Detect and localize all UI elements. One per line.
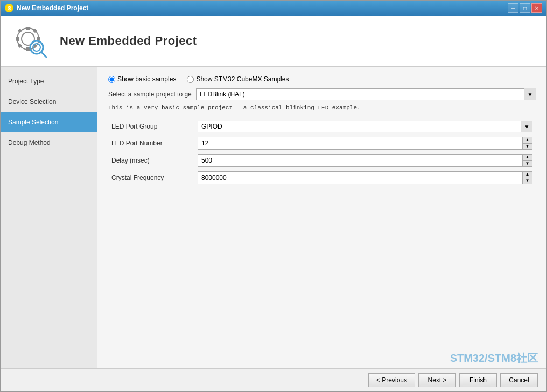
- sidebar: Project Type Device Selection Sample Sel…: [1, 67, 97, 368]
- led-port-number-input[interactable]: [198, 137, 522, 149]
- table-row: LED Port Group GPIOA GPIOB GPIOC GPIOD G…: [108, 118, 536, 135]
- svg-line-12: [41, 52, 46, 57]
- sample-dropdown-container: LEDBlink (HAL) LEDBlink Blink Example ▼: [196, 88, 536, 100]
- next-button[interactable]: Next >: [418, 373, 456, 387]
- crystal-frequency-increment-button[interactable]: ▲: [523, 172, 532, 178]
- field-label-delay: Delay (msec): [108, 152, 194, 169]
- footer-wrapper: STM32/STM8社区 < Previous Next > Finish Ca…: [1, 368, 546, 391]
- header-area: New Embedded Project: [1, 16, 546, 67]
- app-icon: ⚙: [5, 4, 13, 12]
- header-title: New Embedded Project: [60, 34, 197, 48]
- led-port-number-spinner: ▲ ▼: [198, 137, 532, 150]
- delay-spinner: ▲ ▼: [198, 154, 532, 167]
- field-cell-delay: ▲ ▼: [194, 152, 536, 169]
- cancel-button[interactable]: Cancel: [500, 373, 538, 387]
- radio-cubemx-label[interactable]: Show STM32 CubeMX Samples: [187, 75, 289, 83]
- window-controls: ─ □ ✕: [508, 3, 542, 13]
- led-port-number-spinner-buttons: ▲ ▼: [522, 137, 532, 149]
- maximize-button[interactable]: □: [520, 3, 530, 13]
- content-area: Show basic samples Show STM32 CubeMX Sam…: [97, 67, 546, 368]
- radio-cubemx-text: Show STM32 CubeMX Samples: [196, 75, 289, 83]
- svg-rect-6: [17, 28, 22, 32]
- form-table: LED Port Group GPIOA GPIOB GPIOC GPIOD G…: [108, 118, 536, 186]
- delay-spinner-buttons: ▲ ▼: [522, 155, 532, 166]
- delay-decrement-button[interactable]: ▼: [523, 160, 532, 167]
- radio-basic-label[interactable]: Show basic samples: [108, 75, 176, 83]
- field-label-led-port-group: LED Port Group: [108, 118, 194, 135]
- title-bar: ⚙ New Embedded Project ─ □ ✕: [1, 1, 546, 16]
- description-text: This is a very basic sample project - a …: [108, 104, 536, 111]
- table-row: Crystal Frequency ▲ ▼: [108, 169, 536, 186]
- led-port-group-dropdown-container: GPIOA GPIOB GPIOC GPIOD GPIOE ▼: [198, 121, 532, 132]
- previous-button[interactable]: < Previous: [368, 373, 415, 387]
- close-button[interactable]: ✕: [531, 3, 542, 13]
- led-port-group-select[interactable]: GPIOA GPIOB GPIOC GPIOD GPIOE: [198, 121, 532, 132]
- field-label-crystal-frequency: Crystal Frequency: [108, 169, 194, 186]
- field-label-led-port-number: LED Port Number: [108, 135, 194, 152]
- sidebar-item-sample-selection[interactable]: Sample Selection: [1, 112, 97, 132]
- select-label: Select a sample project to ge: [108, 90, 192, 98]
- radio-group: Show basic samples Show STM32 CubeMX Sam…: [108, 75, 536, 83]
- select-row: Select a sample project to ge LEDBlink (…: [108, 88, 536, 100]
- footer: < Previous Next > Finish Cancel: [1, 368, 546, 391]
- minimize-button[interactable]: ─: [508, 3, 518, 13]
- sidebar-item-debug-method[interactable]: Debug Method: [1, 132, 97, 153]
- main-content: Project Type Device Selection Sample Sel…: [1, 67, 546, 368]
- delay-input[interactable]: [198, 155, 522, 166]
- led-port-number-increment-button[interactable]: ▲: [523, 137, 532, 143]
- sample-select[interactable]: LEDBlink (HAL) LEDBlink Blink Example: [196, 88, 536, 100]
- table-row: Delay (msec) ▲ ▼: [108, 152, 536, 169]
- crystal-frequency-spinner: ▲ ▼: [198, 171, 532, 184]
- title-bar-left: ⚙ New Embedded Project: [5, 4, 88, 12]
- main-window: ⚙ New Embedded Project ─ □ ✕: [0, 0, 547, 392]
- field-cell-led-port-group: GPIOA GPIOB GPIOC GPIOD GPIOE ▼: [194, 118, 536, 135]
- radio-cubemx-input[interactable]: [187, 76, 194, 83]
- field-cell-crystal-frequency: ▲ ▼: [194, 169, 536, 186]
- crystal-frequency-decrement-button[interactable]: ▼: [523, 178, 532, 184]
- window-title: New Embedded Project: [17, 4, 88, 12]
- crystal-frequency-spinner-buttons: ▲ ▼: [522, 172, 532, 184]
- crystal-frequency-input[interactable]: [198, 172, 522, 184]
- table-row: LED Port Number ▲ ▼: [108, 135, 536, 152]
- sidebar-item-project-type[interactable]: Project Type: [1, 71, 97, 92]
- radio-basic-text: Show basic samples: [117, 75, 176, 83]
- header-icon: [11, 22, 49, 60]
- led-port-number-decrement-button[interactable]: ▼: [523, 143, 532, 150]
- finish-button[interactable]: Finish: [459, 373, 497, 387]
- field-cell-led-port-number: ▲ ▼: [194, 135, 536, 152]
- delay-increment-button[interactable]: ▲: [523, 155, 532, 160]
- sidebar-item-device-selection[interactable]: Device Selection: [1, 92, 97, 112]
- radio-basic-input[interactable]: [108, 76, 115, 83]
- svg-rect-2: [26, 27, 30, 30]
- svg-rect-4: [16, 37, 19, 41]
